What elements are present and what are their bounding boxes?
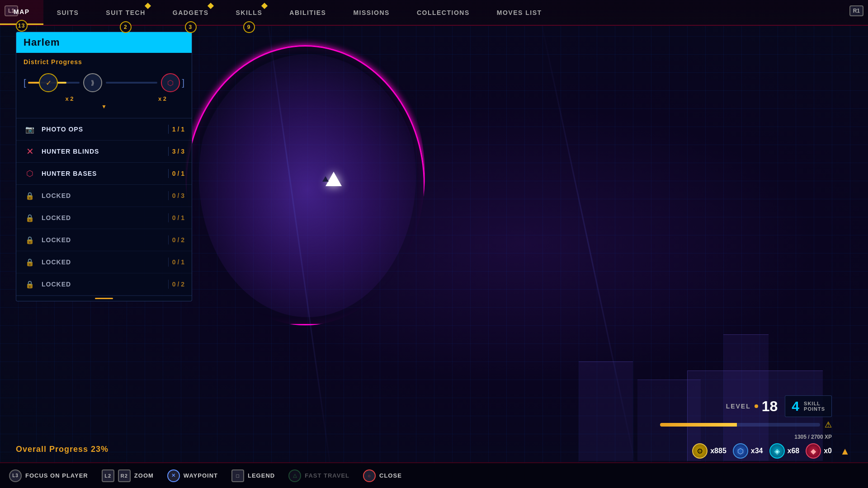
currency-blue-icon: ⬡	[733, 443, 748, 459]
r1-button[interactable]: R1	[849, 5, 863, 16]
gadgets-diamond	[208, 3, 214, 9]
action-zoom-label: ZOOM	[134, 472, 154, 479]
overall-progress-text: Overall Progress 23%	[16, 445, 108, 454]
lock-icon: 🔒	[24, 211, 36, 224]
mission-divider	[168, 213, 169, 222]
currency-cyan-count: x68	[788, 447, 800, 455]
action-waypoint-label: WAYPOINT	[184, 472, 218, 479]
bracket-left: [	[24, 78, 26, 88]
nav-collections-label: COLLECTIONS	[417, 9, 470, 16]
square-button[interactable]: □	[231, 469, 244, 482]
l3-button[interactable]: L3	[9, 469, 22, 482]
mission-score: 3 / 3	[172, 148, 184, 155]
photo-ops-icon: 📷	[24, 123, 36, 136]
level-label: LEVEL	[726, 403, 751, 410]
mission-score: 0 / 1	[172, 214, 184, 221]
xp-bar-fill	[660, 423, 737, 427]
mission-list: 📷 PHOTO OPS 1 / 1 ✕ HUNTER BLINDS 3 / 3 …	[16, 118, 192, 296]
currency-cyan: ◈ x68	[769, 443, 800, 459]
progress-icon-2: ⟫	[83, 73, 102, 92]
skill-points-box: 4 SKILL POINTS	[785, 395, 832, 417]
list-item[interactable]: ⬡ HUNTER BASES 0 / 1	[16, 163, 192, 185]
nav-map-badge: 13	[16, 20, 28, 32]
list-item: 🔒 LOCKED 0 / 3	[16, 185, 192, 207]
progress-icons-row: [ ✓ ⟫ ⬡ ]	[24, 71, 184, 94]
mission-score: 0 / 3	[172, 192, 184, 199]
progress-icon-3: ⬡	[161, 73, 180, 92]
xp-text: 1305 / 2700 XP	[794, 434, 832, 440]
action-focus-label: FOCUS ON PLAYER	[25, 472, 88, 479]
mission-score: 0 / 1	[172, 170, 184, 177]
building-block-4	[579, 361, 633, 461]
mission-divider	[168, 258, 169, 267]
triangle-button: △	[288, 469, 301, 482]
nav-suits-label: SUITS	[57, 9, 79, 16]
action-close-label: CLOSE	[379, 472, 402, 479]
mission-score: 0 / 2	[172, 236, 184, 244]
mission-name: LOCKED	[42, 192, 165, 199]
progress-track-1: ✓	[28, 73, 80, 93]
district-panel: Harlem District Progress [ ✓ ⟫	[16, 32, 192, 301]
nav-skills[interactable]: SKILLS 9	[222, 0, 276, 25]
lock-icon: 🔒	[24, 234, 36, 246]
currency-red: ◆ x0	[806, 443, 832, 459]
x-button[interactable]: ✕	[167, 469, 180, 482]
action-legend-label: LEGEND	[248, 472, 275, 479]
level-display: LEVEL 18	[726, 398, 778, 415]
right-hud: LEVEL 18 4 SKILL POINTS ⚠ 1305 / 2700 XP…	[660, 395, 832, 459]
list-item[interactable]: 📷 PHOTO OPS 1 / 1	[16, 118, 192, 141]
nav-suit-tech[interactable]: SUIT TECH 2	[92, 0, 159, 25]
mission-score: 0 / 1	[172, 258, 184, 266]
district-label: District Progress	[24, 58, 184, 66]
progress-track-2	[106, 81, 157, 84]
skill-points-label: SKILL POINTS	[804, 401, 825, 412]
currency-cyan-icon: ◈	[769, 443, 785, 459]
l2-button[interactable]: L2	[102, 469, 114, 482]
hunter-bases-icon: ⬡	[24, 167, 36, 180]
mission-name: LOCKED	[42, 258, 165, 266]
action-zoom[interactable]: L2 R2 ZOOM	[102, 469, 154, 482]
currency-blue: ⬡ x34	[733, 443, 763, 459]
list-item: 🔒 LOCKED 0 / 1	[16, 251, 192, 273]
skill-points-number: 4	[792, 399, 799, 414]
currency-blue-count: x34	[751, 447, 763, 455]
level-skill-row: LEVEL 18 4 SKILL POINTS	[726, 395, 832, 417]
list-item: 🔒 LOCKED 0 / 2	[16, 273, 192, 296]
nav-gadgets-badge: 3	[185, 21, 197, 33]
mission-score: 1 / 1	[172, 126, 184, 133]
nav-gadgets[interactable]: GADGETS 3	[159, 0, 222, 25]
list-item[interactable]: ✕ HUNTER BLINDS 3 / 3	[16, 141, 192, 163]
list-item: 🔒 LOCKED 0 / 1	[16, 207, 192, 229]
collapse-arrow[interactable]: ▼	[24, 103, 184, 113]
circle-button[interactable]: ○	[363, 469, 376, 482]
lock-icon: 🔒	[24, 278, 36, 291]
nav-collections[interactable]: COLLECTIONS	[403, 0, 483, 25]
action-legend[interactable]: □ LEGEND	[231, 469, 275, 482]
mission-divider	[168, 169, 169, 178]
bottom-bar: L3 FOCUS ON PLAYER L2 R2 ZOOM ✕ WAYPOINT…	[0, 462, 868, 488]
action-waypoint[interactable]: ✕ WAYPOINT	[167, 469, 218, 482]
mission-name: LOCKED	[42, 214, 165, 221]
multiplier-1: x 2	[37, 94, 102, 103]
currency-gold-icon: ⚙	[692, 443, 708, 459]
level-dot	[755, 404, 758, 408]
mission-divider	[168, 280, 169, 289]
nav-abilities[interactable]: ABILITIES	[276, 0, 340, 25]
nav-suit-tech-badge: 2	[120, 21, 132, 33]
nav-map[interactable]: MAP 13	[0, 0, 43, 25]
progress-icon-1: ✓	[39, 73, 58, 92]
scroll-indicator	[16, 296, 192, 301]
xp-text-row: 1305 / 2700 XP	[794, 432, 832, 441]
currency-red-count: x0	[824, 447, 832, 455]
nav-missions[interactable]: MISSIONS	[340, 0, 403, 25]
action-focus[interactable]: L3 FOCUS ON PLAYER	[9, 469, 88, 482]
nav-suits[interactable]: SUITS	[43, 0, 93, 25]
mission-divider	[168, 235, 169, 244]
action-fast-travel-label: FAST TRAVEL	[305, 472, 349, 479]
mission-name: LOCKED	[42, 236, 165, 244]
r2-button[interactable]: R2	[118, 469, 131, 482]
currency-row: ⚙ x885 ⬡ x34 ◈ x68 ◆ x0	[692, 443, 832, 459]
lock-icon: 🔒	[24, 256, 36, 268]
nav-moves-list[interactable]: MOVES LIST	[483, 0, 556, 25]
action-close[interactable]: ○ CLOSE	[363, 469, 402, 482]
